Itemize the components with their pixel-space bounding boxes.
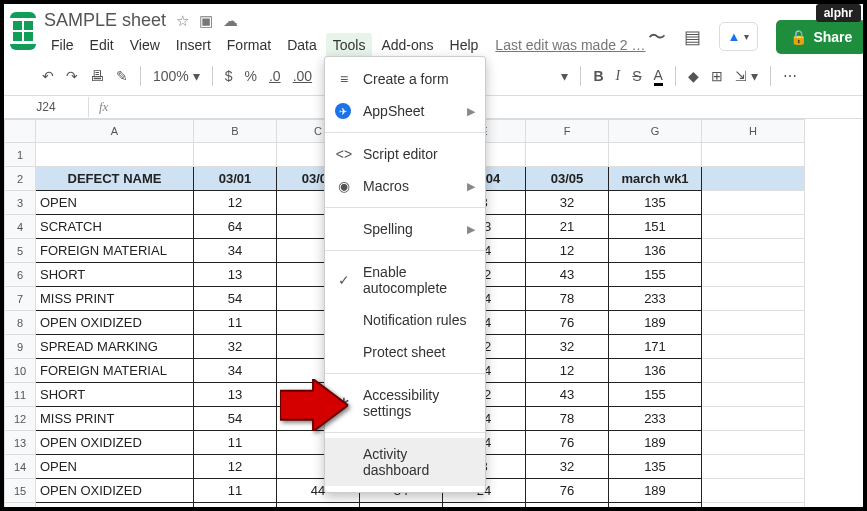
menu-file[interactable]: File <box>44 33 81 57</box>
toolbar-overflow-icon[interactable]: ⋯ <box>783 68 797 84</box>
paint-icon[interactable]: ✎ <box>116 68 128 84</box>
cell[interactable]: 76 <box>526 311 609 335</box>
menu-spelling[interactable]: Spelling▶ <box>325 213 485 245</box>
cell[interactable]: 13 <box>194 383 277 407</box>
cell[interactable]: 13 <box>194 263 277 287</box>
cell[interactable]: 43 <box>526 383 609 407</box>
row-header[interactable]: 1 <box>5 143 36 167</box>
row-header[interactable]: 14 <box>5 455 36 479</box>
cell[interactable]: 32 <box>526 455 609 479</box>
menu-view[interactable]: View <box>123 33 167 57</box>
cell[interactable]: 189 <box>609 479 702 503</box>
menu-appsheet[interactable]: ✈AppSheet▶ <box>325 95 485 127</box>
cell[interactable] <box>702 263 805 287</box>
cell[interactable]: 12 <box>526 359 609 383</box>
header-cell[interactable]: march wk1 <box>609 167 702 191</box>
merge-icon[interactable]: ⇲ ▾ <box>735 68 758 84</box>
document-title[interactable]: SAMPLE sheet <box>44 10 166 31</box>
cell[interactable]: SPREAD MARKING <box>36 335 194 359</box>
menu-insert[interactable]: Insert <box>169 33 218 57</box>
cell[interactable]: 12 <box>526 239 609 263</box>
trend-icon[interactable]: 〜 <box>648 25 666 49</box>
menu-edit[interactable]: Edit <box>83 33 121 57</box>
cell[interactable]: 76 <box>526 431 609 455</box>
present-button[interactable]: ▲▾ <box>719 22 759 51</box>
cell[interactable]: MISS PRINT <box>36 287 194 311</box>
row-header[interactable]: 7 <box>5 287 36 311</box>
col-header[interactable]: H <box>702 120 805 143</box>
cell[interactable]: SHORT <box>36 383 194 407</box>
cloud-icon[interactable]: ☁ <box>223 12 238 30</box>
cell[interactable]: 155 <box>609 383 702 407</box>
cell[interactable]: OPEN <box>36 191 194 215</box>
cell[interactable]: 76 <box>526 479 609 503</box>
last-edit-link[interactable]: Last edit was made 2 … <box>493 33 647 57</box>
cell[interactable]: 136 <box>609 239 702 263</box>
cell[interactable]: 54 <box>194 287 277 311</box>
cell[interactable]: 78 <box>526 287 609 311</box>
italic-button[interactable]: I <box>616 68 621 84</box>
borders-icon[interactable]: ⊞ <box>711 68 723 84</box>
comments-icon[interactable]: ▤ <box>684 26 701 48</box>
menu-activity-dashboard[interactable]: Activity dashboard <box>325 438 485 486</box>
star-icon[interactable]: ☆ <box>176 12 189 30</box>
fill-color-icon[interactable]: ◆ <box>688 68 699 84</box>
cell[interactable]: 64 <box>194 215 277 239</box>
header-cell[interactable]: DEFECT NAME <box>36 167 194 191</box>
print-icon[interactable]: 🖶 <box>90 68 104 84</box>
cell[interactable] <box>702 383 805 407</box>
row-header[interactable]: 13 <box>5 431 36 455</box>
menu-data[interactable]: Data <box>280 33 324 57</box>
cell[interactable]: 54 <box>194 407 277 431</box>
row-header[interactable]: 9 <box>5 335 36 359</box>
cell[interactable]: 155 <box>609 263 702 287</box>
cell[interactable]: 11 <box>194 479 277 503</box>
row-header[interactable]: 16 <box>5 503 36 512</box>
col-header[interactable]: A <box>36 120 194 143</box>
row-header[interactable]: 3 <box>5 191 36 215</box>
menu-tools[interactable]: Tools <box>326 33 373 57</box>
col-header[interactable]: F <box>526 120 609 143</box>
row-header[interactable]: 8 <box>5 311 36 335</box>
menu-protect-sheet[interactable]: Protect sheet <box>325 336 485 368</box>
cell[interactable]: OPEN OXIDIZED <box>36 311 194 335</box>
cell[interactable]: 32 <box>526 335 609 359</box>
menu-accessibility[interactable]: ✲Accessibility settings <box>325 379 485 427</box>
cell[interactable]: 233 <box>609 407 702 431</box>
currency-button[interactable]: $ <box>225 68 233 84</box>
row-header[interactable]: 2 <box>5 167 36 191</box>
redo-icon[interactable]: ↷ <box>66 68 78 84</box>
header-cell[interactable]: 03/01 <box>194 167 277 191</box>
cell[interactable] <box>702 407 805 431</box>
cell[interactable] <box>702 215 805 239</box>
cell[interactable] <box>702 335 805 359</box>
cell[interactable]: FOREIGN MATERIAL <box>36 359 194 383</box>
row-header[interactable]: 6 <box>5 263 36 287</box>
menu-notification-rules[interactable]: Notification rules <box>325 304 485 336</box>
cell[interactable]: 11 <box>194 431 277 455</box>
menu-help[interactable]: Help <box>443 33 486 57</box>
cell[interactable]: OPEN OXIDIZED <box>36 479 194 503</box>
cell[interactable] <box>702 167 805 191</box>
header-cell[interactable]: 03/05 <box>526 167 609 191</box>
bold-button[interactable]: B <box>593 68 603 84</box>
menu-create-form[interactable]: ≡Create a form <box>325 63 485 95</box>
cell[interactable]: 34 <box>194 239 277 263</box>
cell[interactable]: 12 <box>194 191 277 215</box>
cell[interactable]: 34 <box>194 359 277 383</box>
cell[interactable]: 189 <box>609 431 702 455</box>
cell[interactable] <box>702 359 805 383</box>
cell[interactable] <box>702 311 805 335</box>
cell[interactable] <box>702 287 805 311</box>
cell[interactable] <box>702 191 805 215</box>
cell[interactable]: 13 <box>194 503 277 512</box>
text-color-button[interactable]: A <box>654 67 663 86</box>
cell[interactable]: 151 <box>609 215 702 239</box>
cell[interactable] <box>702 431 805 455</box>
cell[interactable] <box>702 239 805 263</box>
undo-icon[interactable]: ↶ <box>42 68 54 84</box>
share-button[interactable]: 🔒Share <box>776 20 866 54</box>
cell[interactable]: 43 <box>526 503 609 512</box>
cell[interactable]: MISS PRINT <box>36 407 194 431</box>
row-header[interactable]: 12 <box>5 407 36 431</box>
